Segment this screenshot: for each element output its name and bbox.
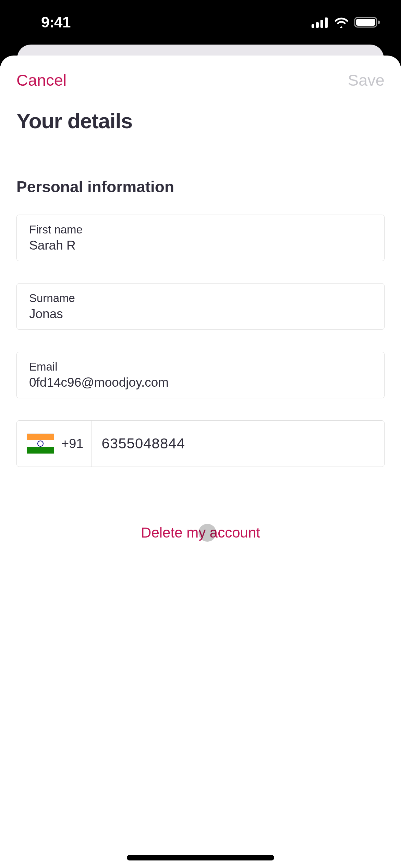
surname-value: Jonas bbox=[29, 307, 372, 321]
fields-container: First name Sarah R Surname Jonas Email 0… bbox=[0, 196, 401, 541]
first-name-label: First name bbox=[29, 223, 372, 236]
save-button[interactable]: Save bbox=[348, 71, 385, 89]
home-indicator[interactable] bbox=[127, 855, 274, 860]
dial-code: +91 bbox=[61, 436, 83, 451]
status-bar: 9:41 bbox=[0, 0, 401, 45]
phone-number-value: 6355048844 bbox=[101, 435, 185, 452]
email-label: Email bbox=[29, 360, 372, 373]
svg-rect-2 bbox=[320, 20, 323, 28]
status-indicators bbox=[312, 16, 380, 28]
page-title: Your details bbox=[0, 101, 401, 133]
email-field[interactable]: Email 0fd14c96@moodjoy.com bbox=[16, 352, 385, 398]
status-time: 9:41 bbox=[41, 14, 71, 31]
svg-rect-6 bbox=[378, 21, 380, 24]
delete-account-button[interactable]: Delete my account bbox=[16, 525, 385, 541]
first-name-value: Sarah R bbox=[29, 238, 372, 253]
cellular-signal-icon bbox=[312, 17, 328, 28]
svg-rect-3 bbox=[325, 17, 328, 28]
india-flag-icon bbox=[27, 434, 54, 454]
country-code-picker[interactable]: +91 bbox=[17, 421, 92, 467]
first-name-field[interactable]: First name Sarah R bbox=[16, 215, 385, 261]
surname-field[interactable]: Surname Jonas bbox=[16, 283, 385, 330]
phone-number-input[interactable]: 6355048844 bbox=[92, 421, 384, 467]
delete-account-label: Delete my account bbox=[141, 525, 260, 541]
wifi-icon bbox=[334, 17, 349, 28]
surname-label: Surname bbox=[29, 292, 372, 305]
modal-sheet: Cancel Save Your details Personal inform… bbox=[0, 56, 401, 868]
cancel-button[interactable]: Cancel bbox=[16, 71, 66, 89]
phone-field: +91 6355048844 bbox=[16, 420, 385, 467]
email-value: 0fd14c96@moodjoy.com bbox=[29, 375, 372, 390]
nav-bar: Cancel Save bbox=[0, 56, 401, 101]
section-heading-personal-info: Personal information bbox=[0, 133, 401, 196]
svg-rect-0 bbox=[312, 24, 314, 28]
battery-icon bbox=[354, 16, 380, 28]
svg-rect-1 bbox=[316, 22, 319, 28]
svg-rect-5 bbox=[356, 19, 375, 26]
